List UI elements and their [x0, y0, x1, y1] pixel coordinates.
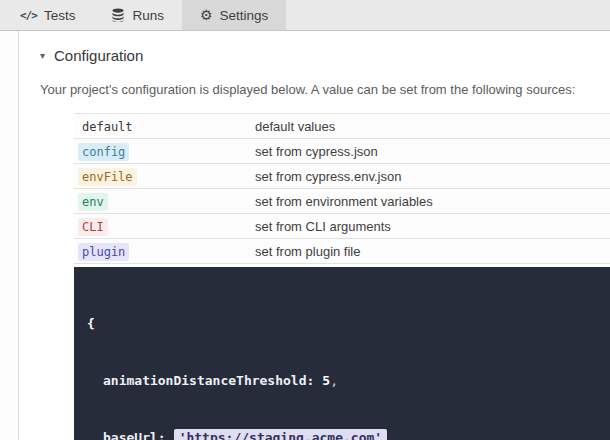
tab-tests-label: Tests — [44, 8, 76, 23]
table-row: plugin set from plugin file — [74, 239, 610, 264]
source-badge-plugin: plugin — [78, 243, 129, 261]
tab-tests[interactable]: </> Tests — [2, 0, 93, 30]
section-description: Your project's configuration is displaye… — [40, 82, 610, 97]
source-description: set from cypress.json — [255, 144, 378, 159]
source-badge-config: config — [78, 143, 129, 161]
tab-settings-label: Settings — [219, 8, 268, 23]
code-key: animationDistanceThreshold: — [103, 373, 314, 388]
tab-runs[interactable]: Runs — [93, 0, 182, 30]
code-value: 5 — [322, 373, 330, 388]
configuration-section-header[interactable]: ▾ Configuration — [40, 47, 610, 64]
database-icon — [111, 8, 125, 22]
source-description: default values — [255, 119, 335, 134]
code-line: baseUrl:'https://staging.acme.com', — [87, 428, 610, 440]
source-description: set from environment variables — [255, 194, 433, 209]
source-badge-envfile: envFile — [78, 168, 137, 186]
table-row: default default values — [74, 114, 610, 139]
table-row: envFile set from cypress.env.json — [74, 164, 610, 189]
table-row: env set from environment variables — [74, 189, 610, 214]
tab-bar: </> Tests Runs ⚙ Settings — [0, 0, 610, 31]
settings-content: ▾ Configuration Your project's configura… — [19, 31, 610, 440]
code-key: baseUrl: — [103, 430, 166, 440]
tab-runs-label: Runs — [132, 8, 164, 23]
code-comma: , — [387, 430, 395, 440]
resolved-config-code-block: { animationDistanceThreshold:5, baseUrl:… — [74, 267, 610, 440]
code-icon: </> — [20, 9, 37, 22]
code-line: animationDistanceThreshold:5, — [87, 371, 610, 390]
code-value-highlighted: 'https://staging.acme.com' — [174, 429, 388, 440]
source-description: set from cypress.env.json — [255, 169, 401, 184]
code-line: { — [87, 314, 610, 333]
chevron-down-icon: ▾ — [40, 50, 45, 61]
code-brace: { — [87, 316, 95, 331]
source-badge-default: default — [78, 118, 137, 136]
code-comma: , — [330, 373, 338, 388]
table-row: CLI set from CLI arguments — [74, 214, 610, 239]
source-badge-cli: CLI — [78, 218, 108, 236]
gear-icon: ⚙ — [200, 8, 213, 22]
tab-settings[interactable]: ⚙ Settings — [182, 0, 286, 30]
section-title: Configuration — [54, 47, 143, 64]
main-area: ▾ Configuration Your project's configura… — [0, 31, 610, 440]
source-description: set from plugin file — [255, 244, 361, 259]
left-gutter — [0, 31, 19, 440]
source-badge-env: env — [78, 193, 108, 211]
source-description: set from CLI arguments — [255, 219, 391, 234]
config-sources-table: default default values config set from c… — [74, 113, 610, 264]
table-row: config set from cypress.json — [74, 139, 610, 164]
